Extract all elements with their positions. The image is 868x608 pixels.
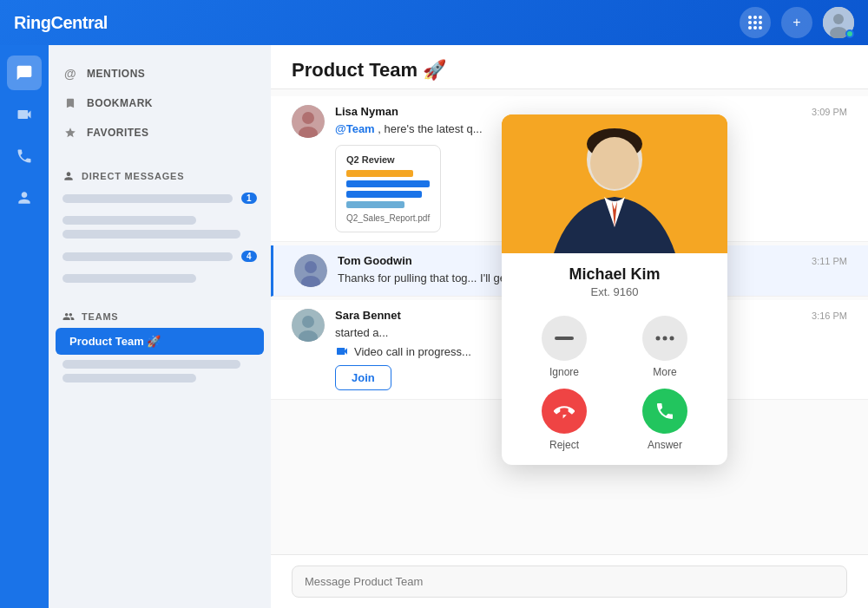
messages-nav-icon[interactable] — [7, 56, 42, 90]
caller-ext: Ext. 9160 — [516, 285, 713, 298]
caller-info: Michael Kim Ext. 9160 — [502, 253, 727, 305]
join-button[interactable]: Join — [335, 365, 391, 390]
svg-point-24 — [590, 137, 639, 189]
svg-point-6 — [748, 26, 752, 29]
svg-point-5 — [759, 21, 762, 24]
app-header: RingCentral + — [0, 0, 868, 45]
reject-action: Reject — [519, 389, 609, 451]
answer-label: Answer — [648, 439, 682, 451]
sidebar-item-favorites[interactable]: FAVORITES — [49, 118, 271, 147]
svg-point-26 — [656, 337, 661, 341]
message-input-area — [271, 554, 868, 608]
svg-point-1 — [753, 16, 757, 19]
svg-point-28 — [670, 337, 674, 341]
icon-strip — [0, 45, 49, 608]
mention-tag: @Team — [335, 122, 375, 135]
more-button[interactable] — [642, 316, 687, 361]
call-actions: Ignore More Reje — [502, 305, 727, 465]
svg-point-0 — [748, 16, 752, 19]
message-input[interactable] — [292, 566, 847, 598]
message-time: 3:11 PM — [812, 256, 847, 266]
more-label: More — [653, 366, 676, 378]
avatar — [292, 105, 325, 138]
file-attachment: Q2 Review Q2_Sales_Report.pdf — [335, 145, 441, 232]
header-actions: + — [740, 7, 854, 38]
svg-point-4 — [753, 21, 757, 24]
incoming-call-overlay: Michael Kim Ext. 9160 Ignore — [502, 114, 727, 465]
teams-section: TEAMS Product Team 🚀 — [49, 295, 271, 395]
contacts-nav-icon[interactable] — [7, 180, 42, 215]
ignore-label: Ignore — [549, 366, 579, 378]
add-button[interactable]: + — [781, 7, 812, 38]
file-name: Q2_Sales_Report.pdf — [346, 213, 430, 223]
app-logo: RingCentral — [14, 13, 108, 33]
phone-nav-icon[interactable] — [7, 139, 42, 173]
bookmark-icon — [62, 95, 78, 111]
content-area: Product Team 🚀 Lisa Nyman @Team , here's — [271, 45, 868, 608]
direct-messages-section: DIRECT MESSAGES 1 4 — [49, 154, 271, 295]
sidebar-item-mentions[interactable]: @ MENTIONS — [49, 59, 271, 88]
answer-action: Answer — [620, 389, 710, 451]
main-layout: @ MENTIONS BOOKMARK FAVORITES DIRECT MES… — [0, 45, 868, 608]
ignore-action: Ignore — [519, 316, 609, 378]
caller-name: Michael Kim — [516, 265, 713, 284]
mentions-icon: @ — [62, 66, 78, 82]
svg-point-8 — [759, 26, 762, 29]
avatar — [292, 309, 325, 342]
svg-point-19 — [302, 316, 314, 328]
dm-header: DIRECT MESSAGES — [49, 161, 271, 186]
message-time: 3:16 PM — [812, 311, 847, 321]
page-title: Product Team 🚀 — [292, 59, 847, 82]
reject-label: Reject — [549, 439, 579, 451]
svg-point-3 — [748, 21, 752, 24]
sidebar-item-bookmark[interactable]: BOOKMARK — [49, 88, 271, 118]
file-bars — [346, 170, 430, 208]
caller-photo — [502, 114, 727, 253]
online-indicator — [845, 29, 854, 38]
svg-point-27 — [663, 337, 667, 341]
reject-button[interactable] — [542, 389, 587, 434]
team-product-team[interactable]: Product Team 🚀 — [56, 328, 264, 355]
sidebar: @ MENTIONS BOOKMARK FAVORITES DIRECT MES… — [49, 45, 271, 608]
apps-button[interactable] — [740, 7, 771, 38]
dm-item-2[interactable]: 4 — [49, 244, 271, 269]
answer-button[interactable] — [642, 389, 687, 434]
svg-point-7 — [753, 26, 757, 29]
svg-point-16 — [305, 261, 317, 273]
svg-point-10 — [833, 14, 844, 24]
svg-point-2 — [759, 16, 762, 19]
more-action: More — [620, 316, 710, 378]
favorites-icon — [62, 125, 78, 141]
svg-point-13 — [302, 112, 314, 124]
teams-header: TEAMS — [49, 302, 271, 326]
user-avatar[interactable] — [823, 7, 854, 38]
avatar — [294, 254, 327, 287]
ignore-button[interactable] — [542, 316, 587, 361]
message-time: 3:09 PM — [812, 107, 847, 117]
file-title: Q2 Review — [346, 154, 430, 165]
video-nav-icon[interactable] — [7, 97, 42, 132]
dm-item-1[interactable]: 1 — [49, 186, 271, 211]
content-header: Product Team 🚀 — [271, 45, 868, 89]
svg-rect-25 — [555, 337, 574, 340]
nav-section: @ MENTIONS BOOKMARK FAVORITES — [49, 52, 271, 154]
